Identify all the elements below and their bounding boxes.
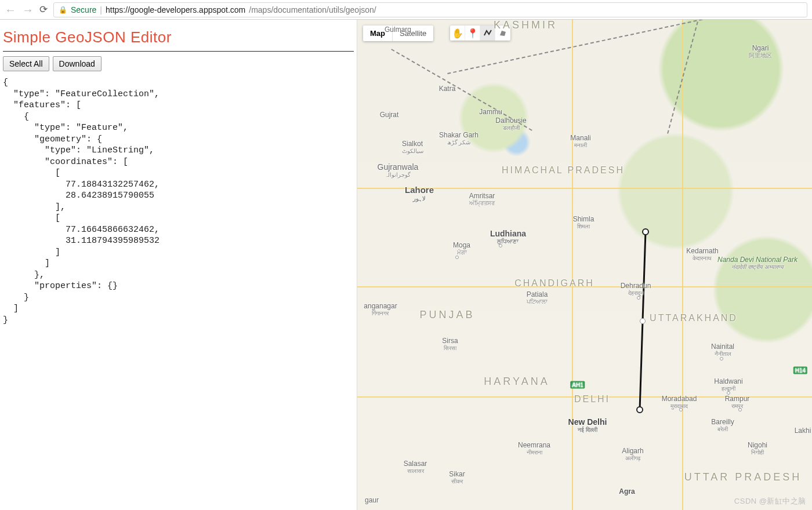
label-sialkot: Sialkotسيالكوٹ xyxy=(402,140,423,154)
label-sirsa: Sirsaसिरसा xyxy=(442,337,458,351)
label-amritsar: Amritsarਅੰਮ੍ਰਿਤਸਰ xyxy=(469,192,495,206)
label-kashmir: KASHMIR xyxy=(494,20,557,31)
city-dot xyxy=(637,296,640,300)
forward-icon[interactable]: → xyxy=(22,4,34,16)
label-kedarnath: Kedarnathकेदारनाथ xyxy=(686,247,718,261)
label-manali: Manaliमनाली xyxy=(570,134,590,148)
label-himachal: HIMACHAL PRADESH xyxy=(502,165,625,176)
watermark: CSDN @新缸中之脑 xyxy=(734,496,806,507)
label-gaur: gaur xyxy=(365,497,379,504)
label-ganganagar: anganagarगिंगानगर xyxy=(364,303,397,316)
label-patiala: Patialaਪਟਿਆਲਾ xyxy=(527,291,548,305)
browser-bar: ← → ⟳ 🔒 Secure | https://google-develope… xyxy=(0,0,812,20)
editor-toolbar: Select All Download xyxy=(3,56,354,71)
label-agra: Agra xyxy=(619,488,635,496)
label-punjab: PUNJAB xyxy=(419,309,474,321)
download-button[interactable]: Download xyxy=(53,56,102,71)
city-dot xyxy=(499,244,502,247)
label-nainital: Nainitalनैनीताल xyxy=(711,343,734,357)
label-haryana: HARYANA xyxy=(484,376,549,388)
label-shimla: Shimlaशिमला xyxy=(573,216,594,230)
city-dot xyxy=(720,357,723,360)
line-handle-start[interactable] xyxy=(642,228,649,235)
hand-tool-icon[interactable]: ✋ xyxy=(450,26,465,41)
select-all-button[interactable]: Select All xyxy=(3,56,49,71)
label-nigohi: Nigohiनिगोही xyxy=(748,442,767,456)
secure-label: Secure xyxy=(71,5,96,14)
url-host: https://google-developers.appspot.com xyxy=(106,5,245,14)
label-lakhi: Lakhi xyxy=(795,427,811,435)
label-gujrat: Gujrat xyxy=(380,111,399,119)
back-icon[interactable]: ← xyxy=(5,4,16,16)
label-uttarakhand: UTTARAKHAND xyxy=(650,313,738,323)
city-dot xyxy=(727,391,730,395)
marker-tool-icon[interactable]: 📍 xyxy=(465,26,480,41)
label-ludhiana: Ludhianaਲੁਧਿਆਣਾ xyxy=(490,230,526,245)
map-panel[interactable]: Map Satellite ✋ 📍 KASHMIR Gulmarg Ngari阿… xyxy=(357,20,812,510)
label-salasar: Salasarसालासर xyxy=(404,460,427,474)
label-aligarh: Aligarhअलीगढ़ xyxy=(622,447,643,461)
label-bareilly: Bareillyबरेली xyxy=(711,418,734,432)
geojson-editor[interactable]: { "type": "FeatureCollection", "features… xyxy=(3,77,354,504)
line-handle-end[interactable] xyxy=(636,406,643,413)
reload-icon[interactable]: ⟳ xyxy=(39,5,48,14)
address-bar[interactable]: 🔒 Secure | https://google-developers.app… xyxy=(53,2,807,17)
label-rampur: Rampurरामपुर xyxy=(725,395,750,409)
label-nandadevi: Nanda Devi National Parkनंदादेवी राष्ट्र… xyxy=(717,256,798,270)
label-dehradun: Dehradunदेहरादून xyxy=(621,282,651,296)
city-dot xyxy=(738,408,742,411)
label-katra: Katra xyxy=(439,85,456,93)
label-jammu: Jammu xyxy=(479,108,502,116)
label-haldwani: Haldwaniहल्द्वानी xyxy=(714,378,742,392)
editor-panel: Simple GeoJSON Editor Select All Downloa… xyxy=(0,20,357,510)
page-title: Simple GeoJSON Editor xyxy=(3,23,354,52)
line-handle-mid[interactable] xyxy=(640,318,646,324)
label-chandigarh: CHANDIGARH xyxy=(514,278,594,289)
city-dot xyxy=(455,256,459,259)
label-moga: Mogaਮੋਗਾ xyxy=(453,242,470,256)
url-path: /maps/documentation/utils/geojson/ xyxy=(249,5,376,14)
label-lahore: Lahoreلاہور xyxy=(405,185,434,202)
label-ah1: AH1 xyxy=(570,381,585,389)
label-gujranwala: Gujranwalaگوجرانوالہ xyxy=(378,163,419,178)
label-moradabad: Moradabadमुरादाबाद xyxy=(662,395,697,409)
label-newdelhi: New Delhiनई दिल्ली xyxy=(568,418,607,433)
city-dot xyxy=(679,408,683,411)
label-uttar: UTTAR PRADESH xyxy=(684,472,802,483)
label-hw14: H14 xyxy=(793,367,807,374)
label-ngari: Ngari阿里地区 xyxy=(749,45,772,59)
label-sikar: Sikarसीकर xyxy=(449,471,465,485)
label-delhi: DELHI xyxy=(574,394,610,405)
label-neemrana: Neemranaनीमराना xyxy=(518,442,550,456)
label-gulmarg: Gulmarg xyxy=(385,26,411,34)
label-shakar: Shakar Garhشكر گڑھ xyxy=(439,132,478,145)
label-dalhousie: Dalhousieडलहौजी xyxy=(495,117,526,131)
svg-marker-0 xyxy=(500,31,506,36)
lock-icon: 🔒 xyxy=(59,6,67,14)
